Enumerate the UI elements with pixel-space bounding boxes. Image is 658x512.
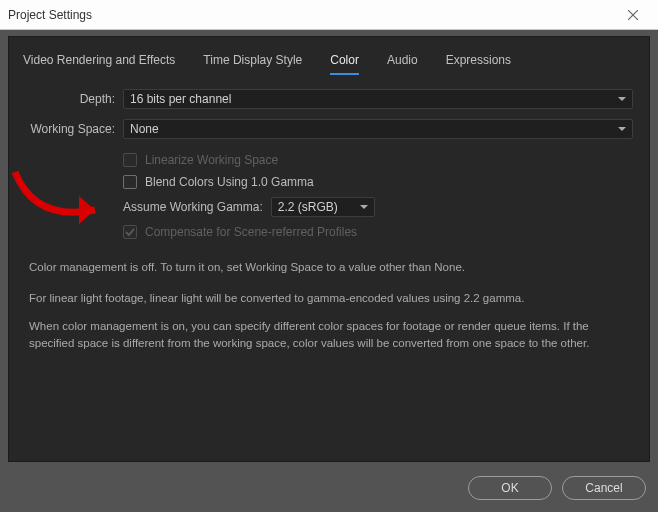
close-button[interactable] xyxy=(616,0,650,30)
settings-panel: Video Rendering and Effects Time Display… xyxy=(8,36,650,462)
assume-gamma-value: 2.2 (sRGB) xyxy=(278,200,338,214)
help-line-2: For linear light footage, linear light w… xyxy=(25,290,633,307)
check-icon xyxy=(125,227,135,237)
blend-colors-label: Blend Colors Using 1.0 Gamma xyxy=(145,175,314,189)
tab-video-rendering[interactable]: Video Rendering and Effects xyxy=(23,53,175,75)
blend-colors-checkbox[interactable] xyxy=(123,175,137,189)
linearize-checkbox xyxy=(123,153,137,167)
working-space-label: Working Space: xyxy=(25,122,115,136)
compensate-checkbox xyxy=(123,225,137,239)
chevron-down-icon xyxy=(618,127,626,131)
close-icon xyxy=(628,10,638,20)
titlebar: Project Settings xyxy=(0,0,658,30)
depth-value: 16 bits per channel xyxy=(130,92,231,106)
working-space-select[interactable]: None xyxy=(123,119,633,139)
project-settings-dialog: Project Settings Video Rendering and Eff… xyxy=(0,0,658,512)
ok-button[interactable]: OK xyxy=(468,476,552,500)
linearize-label: Linearize Working Space xyxy=(145,153,278,167)
assume-gamma-select[interactable]: 2.2 (sRGB) xyxy=(271,197,375,217)
working-space-value: None xyxy=(130,122,159,136)
chevron-down-icon xyxy=(618,97,626,101)
depth-label: Depth: xyxy=(25,92,115,106)
compensate-label: Compensate for Scene-referred Profiles xyxy=(145,225,357,239)
window-title: Project Settings xyxy=(8,8,92,22)
help-line-1: Color management is off. To turn it on, … xyxy=(25,259,633,276)
depth-select[interactable]: 16 bits per channel xyxy=(123,89,633,109)
help-block: When color management is on, you can spe… xyxy=(25,318,633,367)
assume-gamma-label: Assume Working Gamma: xyxy=(123,200,263,214)
tab-time-display[interactable]: Time Display Style xyxy=(203,53,302,75)
tab-expressions[interactable]: Expressions xyxy=(446,53,511,75)
tab-color[interactable]: Color xyxy=(330,53,359,75)
chevron-down-icon xyxy=(360,205,368,209)
cancel-button[interactable]: Cancel xyxy=(562,476,646,500)
tab-bar: Video Rendering and Effects Time Display… xyxy=(9,37,649,75)
color-tab-content: Depth: 16 bits per channel Working Space… xyxy=(9,75,649,374)
dialog-footer: OK Cancel xyxy=(0,468,658,512)
tab-audio[interactable]: Audio xyxy=(387,53,418,75)
